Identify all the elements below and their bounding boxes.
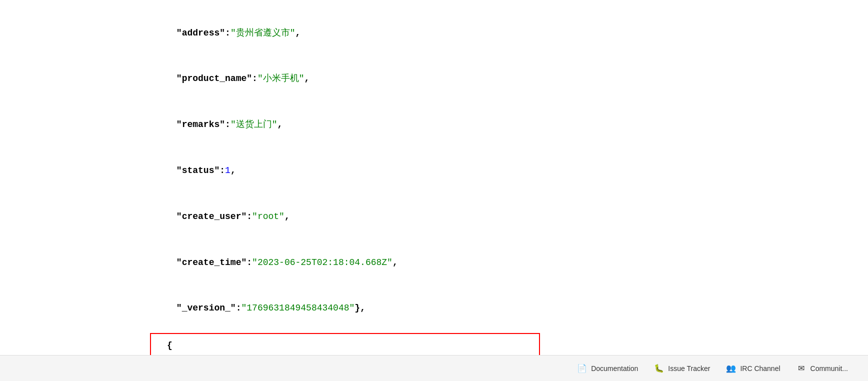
footer: 📄 Documentation 🐛 Issue Tracker 👥 IRC Ch… bbox=[0, 355, 868, 381]
irc-channel-icon: 👥 bbox=[726, 364, 736, 374]
code-line: "product_name":"小米手机", bbox=[90, 56, 778, 102]
footer-issue-tracker[interactable]: 🐛 Issue Tracker bbox=[654, 364, 710, 374]
documentation-label: Documentation bbox=[591, 364, 638, 372]
code-line: "address":"贵州省遵义市", bbox=[90, 10, 778, 56]
issue-tracker-icon: 🐛 bbox=[654, 364, 664, 374]
code-line: "_version_":"1769631849458434048"}, bbox=[90, 286, 778, 332]
community-label: Communit... bbox=[810, 364, 848, 372]
irc-channel-label: IRC Channel bbox=[740, 364, 780, 372]
code-line: "create_time":"2023-06-25T02:18:04.668Z"… bbox=[90, 240, 778, 286]
code-line-open: { bbox=[159, 338, 531, 354]
issue-tracker-label: Issue Tracker bbox=[668, 364, 710, 372]
code-line: "remarks":"送货上门", bbox=[90, 102, 778, 148]
footer-documentation[interactable]: 📄 Documentation bbox=[577, 364, 638, 374]
documentation-icon: 📄 bbox=[577, 364, 587, 374]
code-line: "create_user":"root", bbox=[90, 194, 778, 240]
footer-irc-channel[interactable]: 👥 IRC Channel bbox=[726, 364, 780, 374]
community-icon: ✉ bbox=[796, 364, 806, 374]
footer-community[interactable]: ✉ Communit... bbox=[796, 364, 848, 374]
code-display: "address":"贵州省遵义市", "product_name":"小米手机… bbox=[0, 0, 868, 381]
code-line: "status":1, bbox=[90, 148, 778, 194]
